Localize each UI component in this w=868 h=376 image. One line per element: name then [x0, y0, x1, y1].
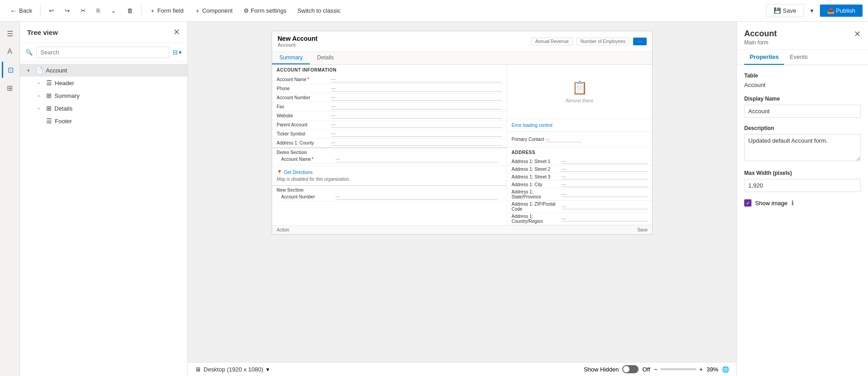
tree-close-button[interactable]: ✕ — [173, 27, 180, 37]
show-image-info-icon[interactable]: ℹ — [791, 199, 794, 207]
field-fax: Fax — — [272, 102, 507, 111]
display-name-input[interactable] — [744, 105, 861, 118]
back-label: Back — [19, 7, 32, 14]
demo-field-label: Account Name* — [281, 157, 336, 162]
publish-label: Publish — [836, 7, 855, 14]
redo-button[interactable]: ↪ — [60, 5, 74, 16]
hamburger-icon-btn[interactable]: ☰ — [2, 25, 18, 42]
form-top-bar: New Account Account Annual Revenue Numbe… — [272, 31, 652, 52]
field-account-name: Account Name* — — [272, 75, 507, 84]
zoom-plus-button[interactable]: + — [699, 366, 703, 373]
desktop-icon: 🖥 — [195, 366, 201, 373]
cut-button[interactable]: ✂ — [76, 5, 90, 16]
delete-button[interactable]: 🗑 — [122, 5, 137, 16]
right-panel-body: Table Account Display Name Description U… — [737, 65, 868, 221]
redo-icon: ↪ — [65, 7, 70, 14]
desktop-dropdown-button[interactable]: ▾ — [266, 366, 269, 373]
save-button[interactable]: 💾 Save — [766, 4, 804, 17]
right-tab-events[interactable]: Events — [784, 50, 813, 65]
form-tab-details[interactable]: Details — [310, 52, 341, 64]
max-width-input[interactable] — [744, 179, 861, 192]
addr-street1: Address 1: Street 1 — — [507, 158, 652, 165]
component-label: Component — [202, 7, 233, 14]
num-employees-box: Number of Employees — [576, 38, 629, 45]
tree-search-input[interactable] — [36, 47, 169, 58]
tree-item-header[interactable]: › ☰ Header — [20, 77, 187, 89]
zoom-slider[interactable] — [660, 368, 697, 370]
back-icon: ← — [10, 7, 17, 15]
footer-save-label: Save — [637, 227, 648, 232]
left-icon-bar: ☰ A ⊡ ⊞ — [0, 22, 20, 376]
right-tab-properties[interactable]: Properties — [744, 50, 784, 65]
switch-classic-button[interactable]: Switch to classic — [293, 5, 345, 16]
tree-item-account[interactable]: ▾ 📄 Account — [20, 64, 187, 77]
addr-street3: Address 1: Street 3 — — [507, 173, 652, 181]
addr-zip-value: — — [561, 204, 648, 209]
addr-street3-value: — — [561, 174, 648, 179]
error-loading-control[interactable]: Error loading control — [507, 119, 652, 131]
addr-street1-label: Address 1: Street 1 — [512, 159, 561, 164]
field-label-phone: Phone — [277, 86, 331, 91]
show-hidden-toggle[interactable] — [622, 365, 639, 373]
account-info-section: ACCOUNT INFORMATION — [272, 65, 507, 75]
tree-item-summary[interactable]: › ⊞ Summary — [20, 89, 187, 102]
field-label-account-name: Account Name* — [277, 77, 331, 82]
undo-button[interactable]: ↩ — [44, 5, 59, 16]
form-preview: New Account Account Annual Revenue Numbe… — [272, 31, 653, 235]
bottom-bar-right: Show Hidden Off − + 39% 🌐 — [584, 365, 729, 373]
copy-button[interactable]: ⎘ — [92, 5, 105, 16]
save-dropdown-icon: ▾ — [810, 7, 814, 14]
right-panel-close-button[interactable]: ✕ — [854, 29, 861, 39]
field-value-fax: — — [331, 104, 502, 110]
tree-filter-button[interactable]: ⊟ ▾ — [173, 49, 182, 56]
address-section-title: ADDRESS — [507, 147, 652, 158]
field-value-phone: — — [331, 86, 502, 92]
plus-icon-2: ＋ — [195, 7, 200, 15]
addr-city-label: Address 1: City — [512, 182, 561, 187]
addr-city: Address 1: City — — [507, 181, 652, 188]
layers-icon-btn[interactable]: ⊡ — [2, 62, 18, 78]
form-header-button[interactable]: ⋯ — [633, 38, 647, 45]
summary-icon: ⊞ — [46, 92, 52, 99]
show-image-checkbox[interactable]: ✓ — [744, 199, 751, 207]
plugin-icon-btn[interactable]: ⊞ — [2, 80, 18, 96]
description-textarea[interactable]: Updated default Account form. — [744, 134, 861, 161]
form-field-button[interactable]: ＋ Form field — [145, 5, 188, 17]
more-button[interactable]: ⌄ — [107, 5, 121, 16]
copy-icon: ⎘ — [97, 7, 100, 14]
tree-item-details[interactable]: › ⊞ Details — [20, 102, 187, 115]
zoom-minus-button[interactable]: − — [654, 366, 658, 373]
field-value-website: — — [331, 113, 502, 119]
tree-title: Tree view — [27, 29, 58, 36]
max-width-label: Max Width (pixels) — [744, 170, 861, 176]
display-name-label: Display Name — [744, 96, 861, 102]
form-name: New Account — [278, 35, 317, 42]
main-area: ☰ A ⊡ ⊞ Tree view ✕ 🔍 ⊟ ▾ ▾ 📄 Account — [0, 22, 868, 376]
field-label-fax: Fax — [277, 104, 331, 109]
tree-item-footer[interactable]: › ☰ Footer — [20, 115, 187, 127]
form-right-col: 📋 Almost there Error loading control Pri… — [507, 65, 652, 225]
show-hidden-label: Show Hidden — [584, 366, 619, 373]
annual-revenue-box: Annual Revenue — [531, 38, 573, 45]
prop-show-image: ✓ Show image ℹ — [744, 199, 861, 207]
form-footer-bar: Action Save — [272, 225, 652, 234]
publish-button[interactable]: 📤 Publish — [820, 5, 863, 17]
field-label-ticker-symbol: Ticker Symbol — [277, 131, 331, 136]
save-label: Save — [783, 7, 796, 14]
undo-icon: ↩ — [49, 7, 54, 14]
demo-req-star: * — [312, 157, 314, 162]
get-directions-link[interactable]: 📍 Get Directions — [277, 170, 502, 175]
account-expand-icon: ▾ — [27, 68, 33, 73]
form-tab-summary[interactable]: Summary — [272, 52, 310, 64]
form-settings-button[interactable]: ⚙ Form settings — [239, 5, 291, 16]
tree-search-bar: 🔍 ⊟ ▾ — [20, 43, 187, 62]
text-icon-btn[interactable]: A — [2, 43, 18, 60]
save-dropdown-button[interactable]: ▾ — [806, 5, 818, 16]
footer-label: Footer — [55, 118, 72, 125]
canvas-content: New Account Account Annual Revenue Numbe… — [188, 22, 736, 362]
component-button[interactable]: ＋ Component — [190, 5, 237, 17]
more-icon: ⌄ — [111, 7, 116, 14]
table-label: Table — [744, 72, 861, 79]
back-button[interactable]: ← Back — [5, 5, 37, 17]
addr-street3-label: Address 1: Street 3 — [512, 174, 561, 179]
